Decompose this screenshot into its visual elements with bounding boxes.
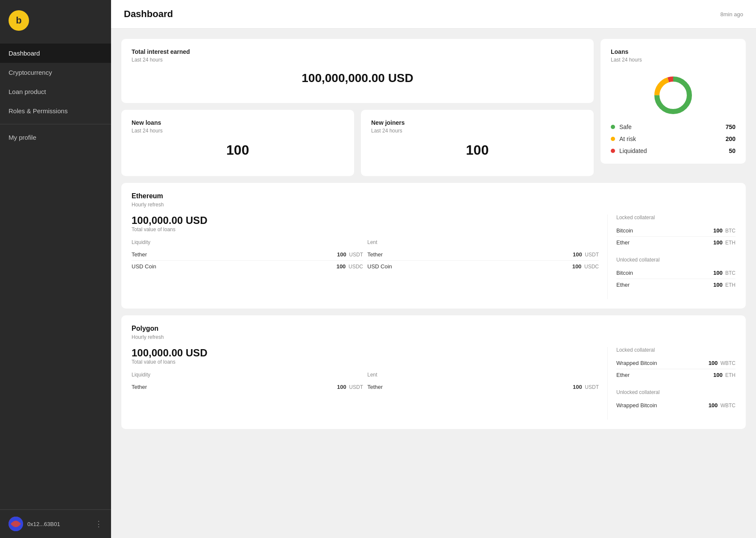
eth-lent-tether-val: 100 USDT xyxy=(573,251,599,258)
eth-locked-btc-val: 100 BTC xyxy=(713,227,735,234)
new-joiners-card: New joiners Last 24 hours 100 xyxy=(361,110,594,176)
eth-unlocked-eth-name: Ether xyxy=(616,282,630,288)
safe-dot xyxy=(611,125,615,129)
nav-divider xyxy=(0,124,111,124)
ethereum-liq-row-tether: Tether 100 USDT xyxy=(132,249,363,261)
donut-svg xyxy=(652,74,694,117)
poly-liq-tether-val: 100 USDT xyxy=(337,384,363,390)
polygon-lent-col: Lent Tether 100 USDT xyxy=(367,372,599,393)
nav-menu: Dashboard Cryptocurrency Loan product Ro… xyxy=(0,39,111,509)
eth-liq-usdc-name: USD Coin xyxy=(132,263,156,270)
page-title: Dashboard xyxy=(124,9,173,20)
ethereum-right: Locked collateral Bitcoin 100 BTC Ether … xyxy=(607,215,735,299)
logo-area: b xyxy=(0,0,111,39)
eth-unlocked-eth-val: 100 ETH xyxy=(713,282,735,288)
poly-locked-wbtc-name: Wrapped Bitcoin xyxy=(616,360,657,366)
ethereum-liquidity-lent: Liquidity Tether 100 USDT USD Coin 100 U… xyxy=(132,239,599,272)
ethereum-inner: 100,000.00 USD Total value of loans Liqu… xyxy=(132,215,735,299)
new-joiners-value: 100 xyxy=(371,142,583,158)
legend-row-at-risk: At risk 200 xyxy=(611,135,735,142)
poly-locked-eth: Ether 100 ETH xyxy=(616,369,735,381)
poly-locked-eth-val: 100 ETH xyxy=(713,372,735,378)
ethereum-locked-title: Locked collateral xyxy=(616,215,735,220)
main-header: Dashboard 8min ago xyxy=(111,0,756,29)
polygon-liquidity-label: Liquidity xyxy=(132,372,363,378)
new-loans-card: New loans Last 24 hours 100 xyxy=(121,110,354,176)
polygon-subtitle: Hourly refresh xyxy=(132,334,735,340)
loans-card-title: Loans xyxy=(611,48,735,55)
eth-lent-usdc-val: 100 USDC xyxy=(572,263,599,270)
content-area: Total interest earned Last 24 hours 100,… xyxy=(111,29,756,446)
sidebar-item-roles-permissions[interactable]: Roles & Permissions xyxy=(0,101,111,121)
at-risk-label: At risk xyxy=(619,135,721,142)
loans-card-subtitle: Last 24 hours xyxy=(611,57,735,63)
polygon-total-label: Total value of loans xyxy=(132,359,599,365)
eth-lent-usdc-name: USD Coin xyxy=(367,263,392,270)
interest-card-value: 100,000,000.00 USD xyxy=(132,71,583,85)
avatar xyxy=(9,517,23,531)
sidebar-item-dashboard[interactable]: Dashboard xyxy=(0,44,111,63)
polygon-title: Polygon xyxy=(132,325,735,332)
eth-unlocked-btc-val: 100 BTC xyxy=(713,270,735,276)
ethereum-section: Ethereum Hourly refresh 100,000.00 USD T… xyxy=(121,183,746,309)
loans-donut-card: Loans Last 24 hours xyxy=(601,39,746,164)
polygon-lent-row-tether: Tether 100 USDT xyxy=(367,381,599,393)
ethereum-total-value: 100,000.00 USD xyxy=(132,215,599,226)
poly-unlocked-wbtc-val: 100 WBTC xyxy=(709,402,735,409)
ethereum-left: 100,000.00 USD Total value of loans Liqu… xyxy=(132,215,599,272)
sidebar: b Dashboard Cryptocurrency Loan product … xyxy=(0,0,111,538)
new-joiners-title: New joiners xyxy=(371,119,583,126)
eth-locked-btc: Bitcoin 100 BTC xyxy=(616,225,735,237)
polygon-section: Polygon Hourly refresh 100,000.00 USD To… xyxy=(121,315,746,429)
more-options-icon[interactable]: ⋮ xyxy=(95,519,103,529)
ethereum-lent-label: Lent xyxy=(367,239,599,245)
polygon-locked-collateral: Locked collateral Wrapped Bitcoin 100 WB… xyxy=(616,347,735,381)
polygon-total-value: 100,000.00 USD xyxy=(132,347,599,359)
polygon-liq-row-tether: Tether 100 USDT xyxy=(132,381,363,393)
liquidated-label: Liquidated xyxy=(619,147,724,154)
wallet-address: 0x12...63B01 xyxy=(27,521,91,527)
eth-liq-tether-name: Tether xyxy=(132,251,147,258)
at-risk-value: 200 xyxy=(726,135,735,142)
ethereum-liquidity-col: Liquidity Tether 100 USDT USD Coin 100 U… xyxy=(132,239,363,272)
safe-value: 750 xyxy=(726,123,735,130)
eth-unlocked-btc-name: Bitcoin xyxy=(616,270,633,276)
poly-unlocked-wbtc-name: Wrapped Bitcoin xyxy=(616,402,657,409)
liquidated-dot xyxy=(611,149,615,153)
polygon-lent-label: Lent xyxy=(367,372,599,378)
main-content: Dashboard 8min ago Total interest earned… xyxy=(111,0,756,538)
eth-locked-btc-name: Bitcoin xyxy=(616,227,633,234)
polygon-unlocked-title: Unlocked collateral xyxy=(616,389,735,395)
top-row: Total interest earned Last 24 hours 100,… xyxy=(121,39,746,176)
ethereum-liquidity-label: Liquidity xyxy=(132,239,363,245)
new-loans-value: 100 xyxy=(132,142,344,158)
ethereum-lent-col: Lent Tether 100 USDT USD Coin 100 USDC xyxy=(367,239,599,272)
safe-label: Safe xyxy=(619,123,721,130)
ethereum-subtitle: Hourly refresh xyxy=(132,202,735,208)
new-loans-subtitle: Last 24 hours xyxy=(132,128,344,134)
new-joiners-subtitle: Last 24 hours xyxy=(371,128,583,134)
poly-liq-tether-name: Tether xyxy=(132,384,147,390)
eth-locked-eth-val: 100 ETH xyxy=(713,239,735,246)
sidebar-item-loan-product[interactable]: Loan product xyxy=(0,82,111,101)
interest-card-title: Total interest earned xyxy=(132,48,583,55)
liquidated-value: 50 xyxy=(729,147,735,154)
polygon-unlocked-collateral: Unlocked collateral Wrapped Bitcoin 100 … xyxy=(616,389,735,411)
polygon-right: Locked collateral Wrapped Bitcoin 100 WB… xyxy=(607,347,735,420)
legend-row-safe: Safe 750 xyxy=(611,123,735,130)
poly-lent-tether-val: 100 USDT xyxy=(573,384,599,390)
legend-row-liquidated: Liquidated 50 xyxy=(611,147,735,154)
sidebar-item-cryptocurrency[interactable]: Cryptocurrency xyxy=(0,63,111,82)
poly-locked-wbtc-val: 100 WBTC xyxy=(709,360,735,366)
eth-liq-usdc-val: 100 USDC xyxy=(337,263,363,270)
eth-unlocked-eth: Ether 100 ETH xyxy=(616,279,735,291)
ethereum-total-label: Total value of loans xyxy=(132,226,599,232)
new-loans-title: New loans xyxy=(132,119,344,126)
loans-legend: Safe 750 At risk 200 Liquidated 50 xyxy=(611,123,735,154)
polygon-locked-title: Locked collateral xyxy=(616,347,735,353)
logo-icon: b xyxy=(9,10,29,31)
polygon-inner: 100,000.00 USD Total value of loans Liqu… xyxy=(132,347,735,420)
sidebar-item-my-profile[interactable]: My profile xyxy=(0,128,111,147)
interest-card: Total interest earned Last 24 hours 100,… xyxy=(121,39,594,103)
donut-chart xyxy=(611,74,735,117)
